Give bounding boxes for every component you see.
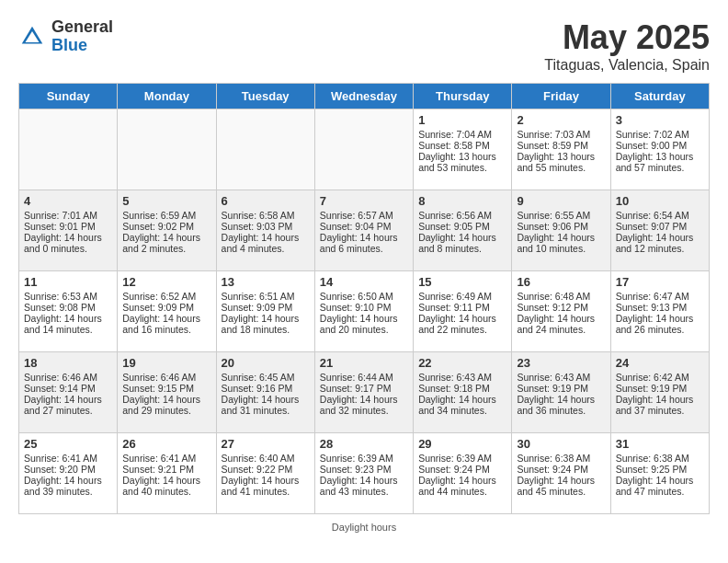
cell-info-line: Sunset: 9:19 PM: [517, 383, 605, 394]
cell-info-line: and 16 minutes.: [122, 324, 210, 335]
cell-info-line: Sunrise: 6:51 AM: [222, 291, 310, 302]
cell-info-line: Daylight: 14 hours: [222, 313, 310, 324]
calendar-week-row: 18Sunrise: 6:46 AMSunset: 9:14 PMDayligh…: [19, 352, 710, 433]
cell-info-line: and 6 minutes.: [320, 243, 408, 254]
cell-info-line: Daylight: 14 hours: [122, 232, 210, 243]
cell-info-line: Daylight: 13 hours: [517, 151, 605, 162]
cell-info-line: Sunrise: 6:56 AM: [418, 210, 506, 221]
calendar-week-row: 25Sunrise: 6:41 AMSunset: 9:20 PMDayligh…: [19, 433, 710, 514]
cell-info-line: Daylight: 14 hours: [517, 475, 605, 486]
cell-info-line: Sunset: 9:18 PM: [418, 383, 506, 394]
cell-info-line: and 26 minutes.: [616, 324, 704, 335]
cell-info-line: Daylight: 14 hours: [418, 394, 506, 405]
day-number: 21: [320, 356, 408, 370]
cell-info-line: Daylight: 14 hours: [616, 475, 704, 486]
calendar-cell: 12Sunrise: 6:52 AMSunset: 9:09 PMDayligh…: [118, 271, 216, 352]
cell-info-line: Sunrise: 6:39 AM: [320, 453, 408, 464]
cell-info-line: Sunrise: 6:43 AM: [517, 372, 605, 383]
day-number: 1: [418, 113, 506, 127]
day-number: 24: [616, 356, 704, 370]
calendar-cell: 2Sunrise: 7:03 AMSunset: 8:59 PMDaylight…: [512, 109, 610, 190]
cell-info-line: Sunset: 9:15 PM: [122, 383, 210, 394]
calendar-cell: 3Sunrise: 7:02 AMSunset: 9:00 PMDaylight…: [610, 109, 709, 190]
cell-info-line: and 2 minutes.: [122, 243, 210, 254]
day-number: 31: [616, 437, 704, 451]
cell-info-line: and 55 minutes.: [517, 162, 605, 173]
calendar-cell: 11Sunrise: 6:53 AMSunset: 9:08 PMDayligh…: [19, 271, 118, 352]
cell-info-line: Sunrise: 7:03 AM: [517, 129, 605, 140]
cell-info-line: Daylight: 14 hours: [418, 475, 506, 486]
day-number: 27: [222, 437, 310, 451]
cell-info-line: Daylight: 14 hours: [24, 475, 112, 486]
cell-info-line: Sunset: 9:00 PM: [616, 140, 704, 151]
cell-info-line: Sunset: 9:03 PM: [222, 221, 310, 232]
calendar-cell: 22Sunrise: 6:43 AMSunset: 9:18 PMDayligh…: [414, 352, 512, 433]
cell-info-line: and 8 minutes.: [418, 243, 506, 254]
day-number: 4: [24, 194, 112, 208]
day-number: 18: [24, 356, 112, 370]
day-number: 9: [517, 194, 605, 208]
cell-info-line: Daylight: 13 hours: [418, 151, 506, 162]
cell-info-line: Sunset: 9:20 PM: [24, 464, 112, 475]
cell-info-line: Sunrise: 6:41 AM: [122, 453, 210, 464]
logo-blue-text: Blue: [51, 37, 113, 55]
calendar-week-row: 11Sunrise: 6:53 AMSunset: 9:08 PMDayligh…: [19, 271, 710, 352]
cell-info-line: Sunset: 9:21 PM: [122, 464, 210, 475]
calendar-cell: 26Sunrise: 6:41 AMSunset: 9:21 PMDayligh…: [118, 433, 216, 514]
cell-info-line: and 57 minutes.: [616, 162, 704, 173]
cell-info-line: Sunrise: 6:48 AM: [517, 291, 605, 302]
day-number: 3: [616, 113, 704, 127]
cell-info-line: Sunrise: 6:50 AM: [320, 291, 408, 302]
calendar-cell: 9Sunrise: 6:55 AMSunset: 9:06 PMDaylight…: [512, 190, 610, 271]
cell-info-line: Sunrise: 6:45 AM: [222, 372, 310, 383]
cell-info-line: Sunrise: 6:44 AM: [320, 372, 408, 383]
cell-info-line: and 53 minutes.: [418, 162, 506, 173]
cell-info-line: and 0 minutes.: [24, 243, 112, 254]
day-number: 5: [122, 194, 210, 208]
cell-info-line: Sunrise: 6:46 AM: [122, 372, 210, 383]
cell-info-line: Sunset: 9:05 PM: [418, 221, 506, 232]
cell-info-line: and 41 minutes.: [222, 486, 310, 497]
day-number: 15: [418, 275, 506, 289]
calendar-day-header: Thursday: [414, 84, 512, 109]
calendar-cell: 18Sunrise: 6:46 AMSunset: 9:14 PMDayligh…: [19, 352, 118, 433]
cell-info-line: Sunset: 9:10 PM: [320, 302, 408, 313]
logo-text: General Blue: [51, 18, 113, 55]
cell-info-line: Daylight: 14 hours: [24, 394, 112, 405]
cell-info-line: Sunrise: 6:41 AM: [24, 453, 112, 464]
location-title: Titaguas, Valencia, Spain: [544, 57, 710, 74]
cell-info-line: and 20 minutes.: [320, 324, 408, 335]
calendar-cell: 21Sunrise: 6:44 AMSunset: 9:17 PMDayligh…: [314, 352, 413, 433]
day-number: 7: [320, 194, 408, 208]
title-block: May 2025 Titaguas, Valencia, Spain: [544, 18, 710, 74]
calendar-cell: 29Sunrise: 6:39 AMSunset: 9:24 PMDayligh…: [414, 433, 512, 514]
calendar-cell: 15Sunrise: 6:49 AMSunset: 9:11 PMDayligh…: [414, 271, 512, 352]
day-number: 19: [122, 356, 210, 370]
calendar-day-header: Saturday: [610, 84, 709, 109]
day-number: 23: [517, 356, 605, 370]
day-number: 13: [222, 275, 310, 289]
calendar-cell: 30Sunrise: 6:38 AMSunset: 9:24 PMDayligh…: [512, 433, 610, 514]
calendar-cell: [314, 109, 413, 190]
cell-info-line: Daylight: 14 hours: [320, 232, 408, 243]
cell-info-line: and 29 minutes.: [122, 405, 210, 416]
day-number: 14: [320, 275, 408, 289]
calendar-cell: [19, 109, 118, 190]
cell-info-line: and 12 minutes.: [616, 243, 704, 254]
cell-info-line: Sunrise: 6:49 AM: [418, 291, 506, 302]
calendar-cell: 25Sunrise: 6:41 AMSunset: 9:20 PMDayligh…: [19, 433, 118, 514]
calendar-cell: 31Sunrise: 6:38 AMSunset: 9:25 PMDayligh…: [610, 433, 709, 514]
cell-info-line: and 31 minutes.: [222, 405, 310, 416]
cell-info-line: Daylight: 14 hours: [616, 394, 704, 405]
calendar-day-header: Friday: [512, 84, 610, 109]
cell-info-line: Sunset: 9:09 PM: [122, 302, 210, 313]
cell-info-line: Daylight: 13 hours: [616, 151, 704, 162]
cell-info-line: Sunset: 9:24 PM: [517, 464, 605, 475]
day-number: 29: [418, 437, 506, 451]
day-number: 25: [24, 437, 112, 451]
calendar-table: SundayMondayTuesdayWednesdayThursdayFrid…: [18, 83, 710, 514]
cell-info-line: Sunset: 9:07 PM: [616, 221, 704, 232]
day-number: 28: [320, 437, 408, 451]
calendar-cell: 14Sunrise: 6:50 AMSunset: 9:10 PMDayligh…: [314, 271, 413, 352]
cell-info-line: Sunrise: 7:01 AM: [24, 210, 112, 221]
